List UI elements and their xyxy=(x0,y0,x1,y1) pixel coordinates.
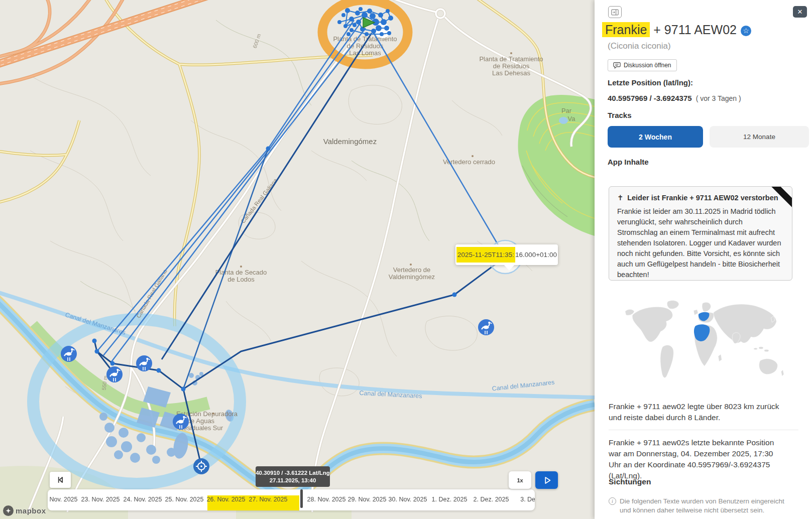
sightings-heading: Sichtungen xyxy=(609,477,651,486)
coordinate-line: 40.30910 / -3.61222 Lat/Lng xyxy=(256,469,330,477)
track-range-toggle: 2 Wochen 12 Monate xyxy=(608,126,809,148)
map-label: Las Dehesas xyxy=(492,69,530,77)
timeline-date[interactable]: 24. Nov. 2025 xyxy=(124,496,162,503)
stork-marker[interactable] xyxy=(61,346,77,362)
death-notice-body: Frankie ist leider am 30.11.2025 in Madr… xyxy=(617,206,784,280)
divider xyxy=(609,430,798,430)
map-label: Planta de Tratamiento xyxy=(479,55,543,63)
close-panel-button[interactable]: ✕ xyxy=(793,6,807,18)
last-position-line: 40.5957969 / -3.6924375( vor 3 Tagen ) xyxy=(608,94,741,102)
mapbox-wordmark: mapbox xyxy=(16,506,46,515)
map-label: Valdemingómez xyxy=(389,273,435,281)
stork-marker[interactable] xyxy=(106,366,123,382)
open-discussion-button[interactable]: Diskussion öffnen xyxy=(608,59,677,71)
animal-id: + 9711 AEW02 xyxy=(650,23,737,37)
skip-to-start-icon xyxy=(55,475,65,485)
distance-summary-text: Frankie + 9711 aew02 legte über 8023 km … xyxy=(609,401,787,423)
map-label: Par xyxy=(561,107,572,114)
playback-speed-button[interactable]: 1x xyxy=(509,471,531,489)
map-label: Vertedero de xyxy=(393,266,430,274)
map-label: de Residuos xyxy=(493,62,530,70)
death-notice-title: ✝Leider ist Frankie + 9711 AEW02 verstor… xyxy=(617,194,784,202)
last-position-age: ( vor 3 Tagen ) xyxy=(696,94,741,102)
timeline-date[interactable]: 29. Nov. 2025 xyxy=(348,496,387,503)
app-window: Planta de Tratamiento de Residuos Las Lo… xyxy=(0,0,812,519)
map-label-town: Valdemingómez xyxy=(323,137,377,146)
timeline-date[interactable]: . Nov. 2025 xyxy=(48,496,78,503)
coordinate-date-line: 27.11.2025, 13:40 xyxy=(256,477,330,484)
species-name: (Ciconia ciconia) xyxy=(608,41,671,51)
sightings-disclaimer: i Die folgenden Texte wurden von Benutze… xyxy=(609,497,795,515)
sightings-disclaimer-text: Die folgenden Texte wurden von Benutzern… xyxy=(620,497,795,515)
mapbox-icon xyxy=(3,505,14,516)
collapse-panel-button[interactable] xyxy=(608,6,622,18)
open-discussion-label: Diskussion öffnen xyxy=(624,62,671,69)
two-weeks-button[interactable]: 2 Wochen xyxy=(608,126,703,148)
timeline-date[interactable]: 2. Dez. 2025 xyxy=(474,496,509,503)
visited-countries xyxy=(694,312,710,341)
timestamp-highlight: 2025-11-25T11:35: xyxy=(456,247,515,263)
last-position-value: 40.5957969 / -3.6924375 xyxy=(608,94,692,102)
detail-panel: ✕ Frankie + 9711 AEW02☆ (Ciconia ciconia… xyxy=(595,0,812,519)
timeline-date[interactable]: 27. Nov. 2025 xyxy=(249,496,288,503)
last-position-marker[interactable] xyxy=(193,458,209,474)
stork-marker[interactable] xyxy=(173,414,189,430)
last-known-position-text: Frankie + 9711 aew02s letzte bekannte Po… xyxy=(609,437,787,481)
animal-title: Frankie + 9711 AEW02☆ xyxy=(602,23,751,37)
favorite-star-icon[interactable]: ☆ xyxy=(741,26,751,36)
skip-to-start-button[interactable] xyxy=(50,472,71,488)
timeline-date[interactable]: 3. Dez. xyxy=(520,496,535,503)
timestamp-tooltip: 2025-11-25T11:35:16.000+01:00 xyxy=(455,244,558,265)
animal-name: Frankie xyxy=(602,22,650,37)
collapse-panel-icon xyxy=(611,9,619,16)
timeline-bar[interactable]: . Nov. 2025 23. Nov. 2025 24. Nov. 2025 … xyxy=(48,489,535,510)
info-icon: i xyxy=(609,497,616,505)
play-icon xyxy=(541,475,552,486)
timeline-date[interactable]: 28. Nov. 2025 xyxy=(307,496,346,503)
last-position-label: Letzte Position (lat/lng): xyxy=(608,78,693,87)
twelve-months-button[interactable]: 12 Monate xyxy=(710,126,809,148)
speech-bubble-icon xyxy=(613,62,621,69)
death-notice-card: ✝Leider ist Frankie + 9711 AEW02 verstor… xyxy=(609,186,792,281)
map-label: de Lodos xyxy=(227,276,255,283)
timeline-playhead[interactable] xyxy=(300,489,303,508)
close-icon: ✕ xyxy=(797,8,803,16)
tracks-label: Tracks xyxy=(608,111,632,119)
stork-marker[interactable] xyxy=(136,355,152,371)
cursor-coordinate-box: 40.30910 / -3.61222 Lat/Lng 27.11.2025, … xyxy=(256,466,330,487)
map-label: Las Lomas xyxy=(349,49,381,57)
timeline-date[interactable]: 26. Nov. 2025 xyxy=(207,496,246,503)
map-label: Va xyxy=(568,115,576,122)
timeline-date[interactable]: 1. Dez. 2025 xyxy=(432,496,468,503)
visited-countries-world-map xyxy=(624,294,788,393)
mapbox-attribution[interactable]: mapbox xyxy=(3,505,46,516)
death-cross-icon: ✝ xyxy=(617,194,623,202)
play-button[interactable] xyxy=(535,471,558,489)
tooltip-pointer xyxy=(504,265,515,271)
map-canvas[interactable]: Planta de Tratamiento de Residuos Las Lo… xyxy=(0,0,595,519)
timeline-date[interactable]: 23. Nov. 2025 xyxy=(81,496,120,503)
app-content-label: App Inhalte xyxy=(608,158,649,166)
timeline-date[interactable]: 30. Nov. 2025 xyxy=(389,496,427,503)
timeline-date[interactable]: 25. Nov. 2025 xyxy=(165,496,204,503)
timestamp-rest: 16.000+01:00 xyxy=(515,251,557,258)
stork-marker[interactable] xyxy=(478,319,494,335)
